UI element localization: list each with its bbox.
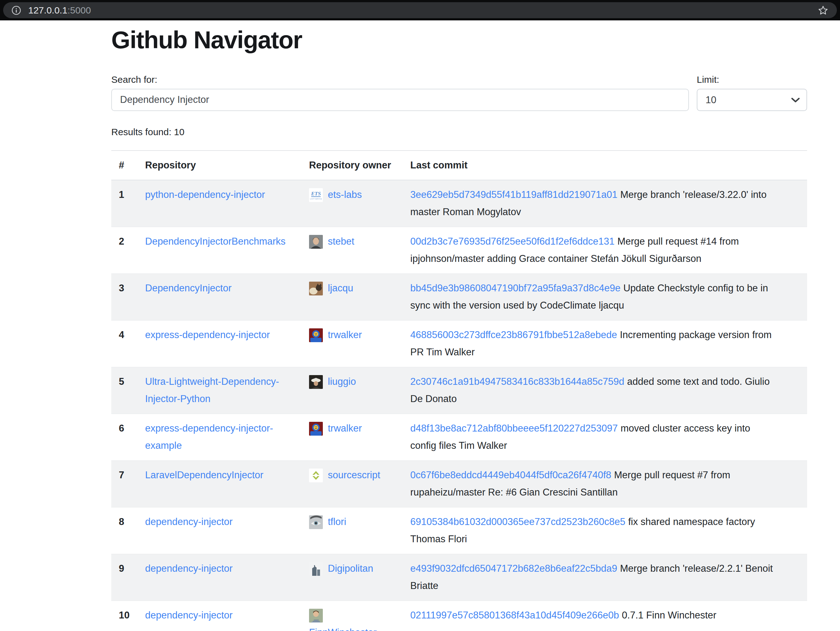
col-header-lastcommit: Last commit	[403, 150, 807, 180]
trwalker-avatar-image	[309, 422, 323, 436]
owner-link[interactable]: FinnWinchester	[309, 627, 376, 631]
repository-link[interactable]: LaravelDependencyInjector	[145, 470, 263, 481]
col-header-owner: Repository owner	[302, 150, 403, 180]
row-number: 4	[111, 320, 137, 367]
repository-link[interactable]: dependency-injector	[145, 610, 232, 621]
commit-hash-link[interactable]: 0c67f6be8eddcd4449eb4044f5df0ca26f4740f8	[410, 470, 611, 481]
repositories-table: # Repository Repository owner Last commi…	[111, 150, 807, 631]
ets-labs-avatar-image: ETSLIGHT SERVICE	[309, 188, 323, 202]
col-header-number: #	[111, 150, 137, 180]
owner-link[interactable]: liuggio	[328, 376, 356, 387]
search-input[interactable]	[111, 89, 689, 111]
stebet-avatar-image	[309, 235, 323, 249]
table-row: 10 dependency-injector FinnWinchester 02…	[111, 601, 807, 631]
repository-link[interactable]: dependency-injector	[145, 516, 232, 527]
finnwinchester-avatar-image	[309, 609, 323, 623]
limit-select[interactable]: 10	[697, 89, 807, 111]
repository-link[interactable]: Ultra-Lightweight-Dependency-Injector-Py…	[145, 376, 279, 404]
search-label: Search for:	[111, 74, 689, 85]
limit-label: Limit:	[697, 74, 807, 85]
col-header-repository: Repository	[137, 150, 302, 180]
trwalker-avatar-image	[309, 328, 323, 342]
table-row: 9 dependency-injector Digipolitan e493f9…	[111, 554, 807, 601]
row-number: 7	[111, 460, 137, 507]
commit-hash-link[interactable]: e493f9032dfcd65047172b682e8b6eaf22c5bda9	[410, 563, 617, 574]
owner-link[interactable]: trwalker	[328, 329, 362, 340]
commit-hash-link[interactable]: 2c30746c1a91b4947583416c833b1644a85c759d	[410, 376, 624, 387]
commit-hash-link[interactable]: bb45d9e3b98608047190bf72a95fa9a37d8c4e9e	[410, 283, 621, 294]
svg-text:ETS: ETS	[311, 191, 321, 197]
digipolitan-avatar-image	[309, 562, 323, 576]
repository-link[interactable]: express-dependency-injector-example	[145, 423, 273, 451]
table-row: 8 dependency-injector tflori 69105384b61…	[111, 507, 807, 554]
owner-link[interactable]: trwalker	[328, 423, 362, 434]
table-row: 5 Ultra-Lightweight-Dependency-Injector-…	[111, 367, 807, 414]
commit-hash-link[interactable]: d48f13be8ac712abf80bbeeee5f120227d253097	[410, 423, 618, 434]
row-number: 5	[111, 367, 137, 414]
repository-link[interactable]: dependency-injector	[145, 563, 232, 574]
bookmark-star-icon[interactable]	[818, 5, 829, 16]
browser-chrome: 127.0.0.1:5000	[0, 0, 840, 21]
row-number: 3	[111, 274, 137, 320]
owner-link[interactable]: tflori	[328, 516, 346, 527]
row-number: 6	[111, 414, 137, 460]
row-number: 10	[111, 601, 137, 631]
table-row: 7 LaravelDependencyInjector sourcescript…	[111, 460, 807, 507]
owner-link[interactable]: ets-labs	[328, 189, 362, 200]
liuggio-avatar-image	[309, 375, 323, 389]
repository-link[interactable]: python-dependency-injector	[145, 189, 265, 200]
row-number: 9	[111, 554, 137, 601]
table-row: 3 DependencyInjector ljacqu bb45d9e3b986…	[111, 274, 807, 320]
row-number: 8	[111, 507, 137, 554]
table-row: 6 express-dependency-injector-example tr…	[111, 414, 807, 460]
table-header-row: # Repository Repository owner Last commi…	[111, 150, 807, 180]
search-form: Search for: Limit: 10	[111, 74, 807, 111]
table-row: 1 python-dependency-injector ETSLIGHT SE…	[111, 180, 807, 227]
row-number: 1	[111, 180, 137, 227]
ljacqu-avatar-image	[309, 281, 323, 296]
table-row: 4 express-dependency-injector trwalker 4…	[111, 320, 807, 367]
owner-link[interactable]: stebet	[328, 236, 354, 247]
repository-link[interactable]: DependencyInjectorBenchmarks	[145, 236, 286, 247]
address-bar[interactable]: 127.0.0.1:5000	[3, 2, 837, 18]
page-title: Github Navigator	[111, 25, 807, 55]
commit-hash-link[interactable]: 3ee629eb5d7349d55f41b119aff81dd219071a01	[410, 189, 617, 200]
commit-hash-link[interactable]: 02111997e57c85801368f43a10d45f409e266e0b	[410, 610, 619, 621]
table-row: 2 DependencyInjectorBenchmarks stebet 00…	[111, 227, 807, 274]
tflori-avatar-image	[309, 515, 323, 529]
owner-link[interactable]: Digipolitan	[328, 563, 373, 574]
commit-hash-link[interactable]: 00d2b3c7e76935d76f25ee50f6d1f2ef6ddce131	[410, 236, 615, 247]
url-port: :5000	[67, 5, 91, 16]
svg-text:LIGHT SERVICE: LIGHT SERVICE	[310, 198, 322, 200]
repository-link[interactable]: express-dependency-injector	[145, 329, 270, 340]
commit-hash-link[interactable]: 69105384b61032d000365ee737cd2523b260c8e5	[410, 516, 625, 527]
commit-hash-link[interactable]: 468856003c273dffce23b86791fbbe512a8ebede	[410, 329, 617, 340]
main-container: Github Navigator Search for: Limit: 10 R…	[111, 25, 807, 631]
repository-link[interactable]: DependencyInjector	[145, 283, 232, 294]
site-info-icon[interactable]	[11, 5, 21, 15]
owner-link[interactable]: ljacqu	[328, 283, 353, 294]
sourcescript-avatar-image	[309, 468, 323, 482]
row-number: 2	[111, 227, 137, 274]
commit-message: 0.7.1 Finn Winchester	[622, 610, 717, 621]
results-count: Results found: 10	[111, 127, 807, 138]
url-host: 127.0.0.1	[28, 5, 67, 16]
owner-link[interactable]: sourcescript	[328, 470, 380, 481]
